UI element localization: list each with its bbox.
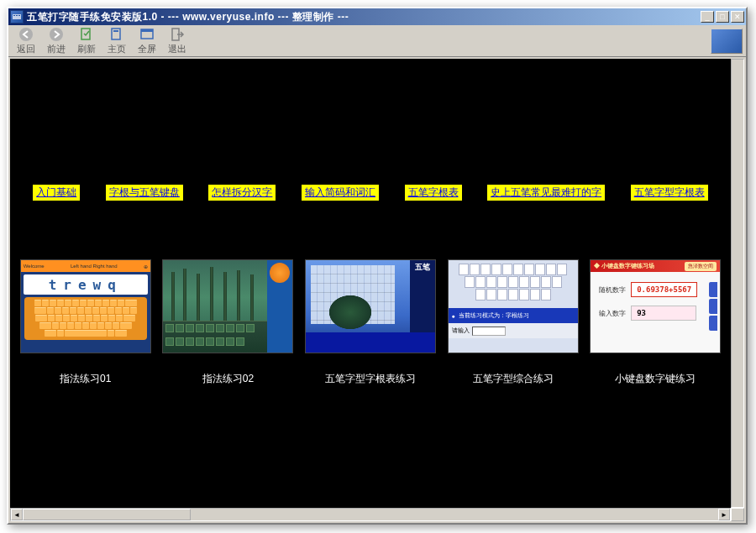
- thumb-5[interactable]: ◆ 小键盘数字键练习场 急泽数空间 随机数字0.69378+5567 输入数字9…: [590, 259, 721, 353]
- nav-link-split-chars[interactable]: 怎样拆分汉字: [208, 185, 276, 201]
- scroll-left-button[interactable]: ◄: [11, 509, 23, 520]
- home-button[interactable]: 主页: [102, 24, 131, 57]
- scroll-thumb[interactable]: [23, 509, 191, 520]
- scroll-right-button[interactable]: ►: [718, 509, 730, 520]
- svg-rect-10: [141, 29, 153, 32]
- scrollbar-horizontal[interactable]: ◄ ►: [10, 508, 731, 521]
- nav-link-root-table[interactable]: 五笔字根表: [405, 185, 462, 201]
- app-window: 五笔打字随手练免安装版1.0 - --- www.veryuse.info --…: [7, 7, 748, 525]
- svg-rect-1: [13, 15, 15, 16]
- svg-rect-2: [16, 15, 18, 16]
- home-icon: [108, 26, 125, 43]
- svg-rect-8: [113, 30, 118, 32]
- fullscreen-button[interactable]: 全屏: [133, 24, 161, 57]
- scrollbar-vertical[interactable]: [731, 59, 744, 508]
- exit-button[interactable]: 退出: [163, 24, 192, 57]
- thumb-item-1: WelcomeLeft hand Right hand⊕ trewq 指法练习0…: [20, 259, 151, 386]
- forward-button[interactable]: 前进: [42, 24, 71, 57]
- thumb-item-4: ●当前练习模式为：字根练习 请输入 五笔字型综合练习: [448, 259, 579, 386]
- nav-link-roots-keyboard[interactable]: 字根与五笔键盘: [106, 185, 183, 201]
- resize-grip[interactable]: [731, 508, 744, 521]
- back-icon: [18, 26, 34, 43]
- toolbar-logo: [711, 29, 743, 54]
- thumb-2[interactable]: [162, 259, 293, 353]
- thumb-item-2: 指法练习02: [162, 259, 293, 386]
- thumb-5-caption: 小键盘数字键练习: [615, 372, 696, 386]
- exit-icon: [169, 26, 186, 43]
- window-title: 五笔打字随手练免安装版1.0 - --- www.veryuse.info --…: [27, 10, 701, 24]
- nav-link-hardest[interactable]: 史上五笔常见最难打的字: [487, 185, 605, 201]
- minimize-button[interactable]: _: [701, 11, 714, 23]
- thumb-3[interactable]: 五笔: [305, 259, 436, 353]
- refresh-icon: [78, 26, 95, 43]
- toolbar: 返回 前进 刷新 主页 全屏 退出: [8, 25, 746, 57]
- svg-point-4: [19, 28, 33, 41]
- svg-rect-3: [18, 15, 20, 16]
- titlebar: 五笔打字随手练免安装版1.0 - --- www.veryuse.info --…: [8, 8, 746, 25]
- thumb-1-caption: 指法练习01: [60, 372, 111, 386]
- thumb-1-display: trewq: [24, 274, 148, 295]
- back-button[interactable]: 返回: [12, 24, 40, 57]
- svg-rect-6: [81, 29, 90, 39]
- refresh-button[interactable]: 刷新: [72, 24, 101, 57]
- close-button[interactable]: ✕: [731, 11, 744, 23]
- forward-icon: [48, 26, 65, 43]
- thumb-3-caption: 五笔字型字根表练习: [325, 372, 416, 386]
- app-icon: [10, 10, 24, 24]
- content-area: 入门基础 字根与五笔键盘 怎样拆分汉字 输入简码和词汇 五笔字根表 史上五笔常见…: [10, 59, 731, 508]
- svg-rect-0: [13, 14, 21, 19]
- nav-link-shortcodes[interactable]: 输入简码和词汇: [302, 185, 379, 201]
- thumb-4-caption: 五笔字型综合练习: [473, 372, 554, 386]
- thumbnail-row: WelcomeLeft hand Right hand⊕ trewq 指法练习0…: [10, 259, 731, 386]
- fullscreen-icon: [139, 26, 155, 43]
- svg-rect-7: [112, 29, 120, 39]
- thumb-1[interactable]: WelcomeLeft hand Right hand⊕ trewq: [20, 259, 151, 353]
- thumb-item-5: ◆ 小键盘数字键练习场 急泽数空间 随机数字0.69378+5567 输入数字9…: [590, 259, 721, 386]
- thumb-4[interactable]: ●当前练习模式为：字根练习 请输入: [448, 259, 579, 353]
- nav-link-root-table2[interactable]: 五笔字型字根表: [631, 185, 708, 201]
- svg-point-5: [50, 28, 63, 41]
- nav-links: 入门基础 字根与五笔键盘 怎样拆分汉字 输入简码和词汇 五笔字根表 史上五笔常见…: [10, 185, 731, 201]
- thumb-2-caption: 指法练习02: [202, 372, 254, 386]
- nav-link-basics[interactable]: 入门基础: [33, 185, 80, 201]
- thumb-item-3: 五笔 五笔字型字根表练习: [305, 259, 436, 386]
- maximize-button[interactable]: □: [716, 11, 729, 23]
